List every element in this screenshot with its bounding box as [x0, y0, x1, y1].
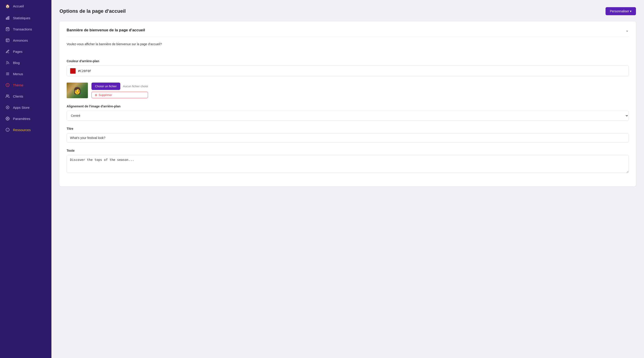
toggle-question: Voulez-vous afficher la bannière de bien… — [67, 42, 629, 46]
sidebar-item-label: Menus — [13, 72, 23, 76]
chevron-down-icon[interactable]: ⌄ — [626, 28, 629, 33]
title-input[interactable] — [67, 133, 629, 143]
options-card: Bannière de bienvenue de la page d'accue… — [60, 22, 636, 186]
page-title: Options de la page d'accueil — [60, 8, 126, 14]
sidebar: 🏠 Accueil Statistiques Transactions Anno… — [0, 0, 52, 358]
text-textarea[interactable]: Discover the tops of the season... — [67, 155, 629, 173]
title-label: Titre — [67, 127, 629, 130]
color-picker-row[interactable]: #C20F0F — [67, 66, 629, 76]
clients-icon — [5, 94, 10, 98]
file-upload-controls: Choisir un fichier Aucun fichier choisi … — [92, 83, 148, 98]
file-upload-row: Choisir un fichier Aucun fichier choisi — [92, 83, 148, 90]
personnaliser-button[interactable]: Personnaliser ▾ — [606, 7, 636, 15]
pages-icon — [5, 50, 10, 54]
supprimer-label: Supprimer — [98, 93, 112, 97]
background-color-label: Couleur d'arrière-plan — [67, 59, 629, 63]
card-section-title: Bannière de bienvenue de la page d'accue… — [67, 28, 145, 33]
toggle-section: Voulez-vous afficher la bannière de bien… — [67, 42, 629, 53]
settings-icon — [5, 117, 10, 121]
sidebar-item-label: Accueil — [13, 4, 24, 8]
file-upload-area: Choisir un fichier Aucun fichier choisi … — [67, 83, 629, 98]
image-preview — [67, 83, 88, 98]
choose-file-button[interactable]: Choisir un fichier — [92, 83, 120, 90]
sidebar-item-label: Paramètres — [13, 117, 30, 121]
svg-rect-2 — [8, 16, 9, 20]
sidebar-item-label: Blog — [13, 61, 20, 65]
annonces-icon — [5, 38, 10, 42]
svg-rect-0 — [6, 18, 7, 20]
sidebar-item-theme[interactable]: Thème — [0, 80, 52, 91]
sidebar-item-ressources[interactable]: Ressources — [0, 124, 52, 135]
svg-point-18 — [7, 118, 8, 119]
file-upload-section: Choisir un fichier Aucun fichier choisi … — [67, 83, 629, 98]
alignment-select[interactable]: Centré À gauche À droite — [67, 111, 629, 121]
stats-icon — [5, 16, 10, 20]
text-label: Texte — [67, 149, 629, 152]
svg-point-7 — [6, 64, 7, 64]
color-swatch[interactable] — [70, 68, 76, 74]
alignment-section: Alignement de l'image d'arrière-plan Cen… — [67, 105, 629, 121]
sidebar-item-apps-store[interactable]: Apps Store — [0, 102, 52, 113]
sidebar-item-blog[interactable]: Blog — [0, 57, 52, 68]
text-section: Texte Discover the tops of the season... — [67, 149, 629, 174]
svg-rect-4 — [6, 39, 9, 42]
sidebar-item-accueil[interactable]: 🏠 Accueil — [0, 0, 52, 12]
sidebar-item-menus[interactable]: Menus — [0, 68, 52, 80]
supprimer-button[interactable]: ⊗ Supprimer — [92, 92, 148, 98]
sidebar-item-label: Statistiques — [13, 16, 30, 20]
sidebar-item-statistiques[interactable]: Statistiques — [0, 12, 52, 24]
card-header: Bannière de bienvenue de la page d'accue… — [67, 28, 629, 37]
svg-point-12 — [8, 107, 8, 108]
color-hex-value: #C20F0F — [78, 69, 91, 73]
sidebar-item-label: Ressources — [13, 128, 31, 132]
apps-icon — [5, 105, 10, 109]
svg-rect-1 — [8, 17, 8, 20]
sidebar-item-clients[interactable]: Clients — [0, 91, 52, 102]
sidebar-item-label: Thème — [13, 83, 24, 87]
svg-point-11 — [6, 95, 8, 96]
background-color-section: Couleur d'arrière-plan #C20F0F — [67, 59, 629, 76]
sidebar-item-label: Pages — [13, 50, 22, 54]
sidebar-item-label: Apps Store — [13, 106, 30, 109]
sidebar-item-label: Clients — [13, 94, 23, 98]
sidebar-item-label: Annonces — [13, 39, 28, 42]
main-content: Options de la page d'accueil Personnalis… — [52, 0, 644, 358]
alignment-label: Alignement de l'image d'arrière-plan — [67, 105, 629, 108]
sidebar-item-annonces[interactable]: Annonces — [0, 35, 52, 46]
supprimer-icon: ⊗ — [95, 93, 97, 97]
image-preview-inner — [67, 83, 88, 98]
sidebar-item-label: Transactions — [13, 27, 32, 31]
info-icon — [5, 128, 10, 132]
cart-icon — [5, 27, 10, 31]
title-section: Titre — [67, 127, 629, 143]
menus-icon — [5, 72, 10, 76]
blog-icon — [5, 61, 10, 65]
home-icon: 🏠 — [5, 4, 10, 8]
file-name-text: Aucun fichier choisi — [123, 85, 148, 88]
sidebar-item-transactions[interactable]: Transactions — [0, 24, 52, 35]
theme-icon — [5, 83, 10, 87]
sidebar-item-pages[interactable]: Pages — [0, 46, 52, 57]
svg-point-17 — [6, 106, 9, 109]
main-header: Options de la page d'accueil Personnalis… — [60, 7, 636, 15]
sidebar-item-parametres[interactable]: Paramètres — [0, 113, 52, 124]
